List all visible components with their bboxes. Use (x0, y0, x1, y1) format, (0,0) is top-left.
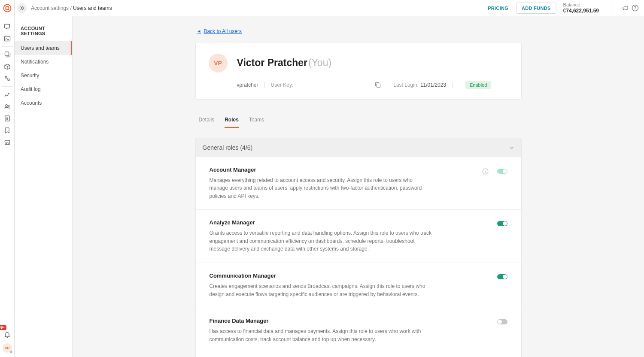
book-icon[interactable] (0, 112, 15, 124)
svg-rect-1 (6, 6, 9, 9)
user-name: Victor Pratcher(You) (237, 57, 332, 69)
role-toggle (497, 169, 507, 174)
role-title: Finance Data Manager (210, 318, 489, 324)
bookmark-icon[interactable] (0, 124, 15, 136)
back-to-all-users-link[interactable]: ◄ Back to All users (197, 28, 242, 34)
last-login-label: Last Login: (393, 82, 419, 88)
svg-point-6 (5, 76, 7, 78)
chat-icon[interactable] (0, 21, 15, 33)
svg-rect-5 (5, 52, 9, 56)
store-icon[interactable] (0, 136, 15, 148)
avatar-initials: VP (4, 346, 9, 350)
presence-dot (9, 350, 13, 354)
role-row: Communication ManagerCreates engagement … (196, 263, 521, 308)
role-title: Communication Manager (210, 272, 489, 279)
pricing-link[interactable]: PRICING (488, 6, 508, 11)
caret-left-icon: ◄ (197, 29, 201, 33)
product-logo[interactable] (0, 0, 15, 16)
left-rail: 99+ VP (0, 0, 15, 357)
tab-roles[interactable]: Roles (225, 112, 239, 128)
expand-sidebar-button[interactable] (17, 3, 27, 13)
svg-rect-4 (4, 36, 10, 41)
svg-point-3 (9, 24, 9, 25)
user-status-badge: Enabled (465, 81, 491, 89)
info-icon[interactable] (482, 168, 489, 175)
breadcrumb-current: Users and teams (73, 5, 112, 11)
add-funds-button[interactable]: ADD FUNDS (516, 3, 556, 14)
user-card: VP Victor Pratcher(You) vpratcher User K… (195, 42, 522, 100)
svg-point-9 (8, 105, 9, 107)
role-row: Finance Data ManagerHas access to financ… (196, 308, 521, 353)
users-icon[interactable] (0, 100, 15, 112)
svg-point-0 (3, 4, 11, 12)
svg-rect-12 (377, 84, 380, 87)
analytics-icon[interactable] (0, 88, 15, 100)
role-row: Account ManagerManages everything relate… (196, 157, 521, 210)
role-toggle[interactable] (497, 274, 507, 279)
announcements-icon[interactable] (622, 4, 629, 12)
breadcrumb: Account settings / Users and teams (31, 5, 112, 11)
breadcrumb-root[interactable]: Account settings (31, 5, 69, 11)
balance-label: Balance (563, 2, 599, 8)
role-title: Analyze Manager (210, 219, 489, 226)
user-tabs: DetailsRolesTeams (195, 112, 522, 128)
tab-teams[interactable]: Teams (249, 112, 264, 128)
back-link-label: Back to All users (204, 28, 242, 34)
user-key-label: User Key: (271, 82, 294, 88)
general-roles-header[interactable]: General roles (4/6) (195, 138, 522, 157)
role-description: Has access to financial data and manages… (210, 327, 433, 343)
username: vpratcher (237, 82, 258, 88)
sidebar-item-accounts[interactable]: Accounts (15, 96, 72, 110)
tab-details[interactable]: Details (199, 112, 215, 128)
sidebar-section-title: ACCOUNT SETTINGS (15, 26, 72, 41)
role-title: Account Manager (210, 166, 474, 173)
copy-user-key-icon[interactable] (375, 82, 381, 88)
role-description: Grants access to versatile reporting and… (210, 229, 433, 253)
box-icon[interactable] (0, 61, 15, 73)
sidebar-item-users-and-teams[interactable]: Users and teams (15, 41, 72, 55)
current-user-avatar[interactable]: VP (3, 343, 12, 353)
role-description: Manages everything related to account ac… (210, 176, 433, 200)
you-suffix: (You) (308, 57, 331, 68)
sidebar-item-audit-log[interactable]: Audit log (15, 82, 72, 96)
sidebar-item-security[interactable]: Security (15, 69, 72, 82)
role-description: Creates engagement scenarios and sends B… (210, 282, 433, 298)
help-icon[interactable] (632, 4, 639, 12)
notifications-icon[interactable]: 99+ (0, 329, 15, 341)
roles-section-title: General roles (4/6) (203, 144, 253, 151)
notification-badge: 99+ (0, 325, 6, 330)
top-bar: Account settings / Users and teams PRICI… (15, 0, 644, 16)
chevron-down-icon (509, 145, 514, 150)
roles-list: Account ManagerManages everything relate… (195, 157, 522, 357)
balance-value: €74,622,951.59 (563, 8, 599, 14)
svg-point-7 (8, 79, 9, 81)
terminal-icon[interactable] (0, 33, 15, 45)
sidebar-item-notifications[interactable]: Notifications (15, 55, 72, 69)
stack-icon[interactable] (0, 48, 15, 61)
role-toggle[interactable] (497, 221, 507, 226)
last-login-value: 11/01/2023 (420, 82, 446, 88)
settings-sidebar: ACCOUNT SETTINGS Users and teamsNotifica… (15, 16, 73, 357)
user-avatar: VP (209, 54, 228, 73)
balance-display: Balance €74,622,951.59 (563, 2, 599, 14)
svg-point-8 (5, 105, 7, 107)
role-toggle[interactable] (497, 319, 507, 324)
role-row: Integrations ManagerConfigures integrati… (196, 353, 521, 357)
main-content: ◄ Back to All users VP Victor Pratcher(Y… (73, 16, 644, 357)
role-row: Analyze ManagerGrants access to versatil… (196, 210, 521, 263)
connector-icon[interactable] (0, 73, 15, 85)
